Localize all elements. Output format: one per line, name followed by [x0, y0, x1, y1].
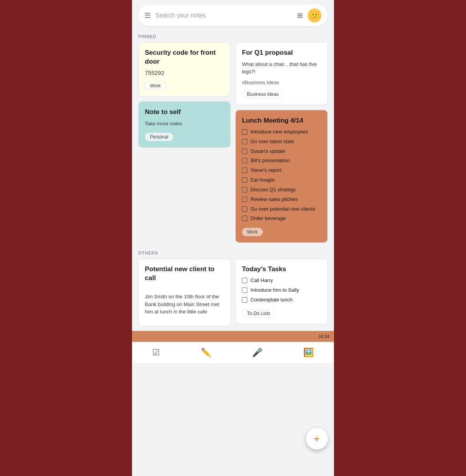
checkbox[interactable]: [242, 168, 247, 173]
list-item: Go over latest stats: [242, 138, 321, 145]
checkbox[interactable]: [242, 158, 247, 163]
app-container: ☰ Search your notes ⊞ 🙂 Pinned Security …: [132, 0, 334, 476]
checkbox[interactable]: [242, 278, 247, 283]
bottom-nav: ☑ ✏️ 🎤 🖼️: [132, 342, 334, 363]
menu-icon[interactable]: ☰: [144, 11, 151, 20]
grid-view-icon[interactable]: ⊞: [297, 11, 303, 20]
pinned-notes-grid: Security code for front door 755292 Work…: [132, 42, 334, 243]
note-body-client: Jim Smith on the 10th floor of the Bank …: [145, 293, 224, 316]
list-item: Eat hoagie: [242, 177, 321, 184]
others-section-label: Others: [132, 248, 334, 258]
note-title-client: Potential new client to call: [145, 265, 224, 283]
search-input[interactable]: Search your notes: [155, 12, 297, 19]
list-item: Steve's report: [242, 167, 321, 174]
list-item: Call Harry: [242, 277, 321, 284]
others-right-column: Today's Tasks Call Harry Introduce him t…: [235, 258, 328, 326]
list-item: Review sales pitches: [242, 196, 321, 203]
note-title-lunch: Lunch Meeting 4/14: [242, 116, 321, 125]
left-column: Security code for front door 755292 Work…: [138, 42, 231, 243]
status-bar: 10:34: [132, 331, 334, 342]
search-bar[interactable]: ☰ Search your notes ⊞ 🙂: [138, 5, 328, 26]
checkbox[interactable]: [242, 139, 247, 144]
nav-checkbox-icon[interactable]: ☑: [152, 348, 160, 358]
others-left-column: Potential new client to call Jim Smith o…: [138, 258, 231, 326]
note-body-self: Take more notes: [145, 120, 224, 128]
list-item: Bill's presentation: [242, 157, 321, 164]
checkbox[interactable]: [242, 129, 247, 135]
list-item: Order beverage: [242, 215, 321, 222]
search-icons: ⊞ 🙂: [297, 9, 322, 23]
note-tag-self[interactable]: Personal: [145, 133, 173, 141]
pinned-section-label: Pinned: [132, 31, 334, 42]
status-time: 10:34: [318, 334, 329, 339]
fab-button[interactable]: +: [306, 428, 328, 450]
note-card-tasks[interactable]: Today's Tasks Call Harry Introduce him t…: [235, 258, 328, 324]
note-tag-security[interactable]: Work: [145, 81, 166, 90]
note-title-security: Security code for front door: [145, 48, 224, 66]
note-body-q1: What about a chair....that has five legs…: [242, 61, 321, 76]
note-card-security[interactable]: Security code for front door 755292 Work: [138, 42, 231, 97]
checkbox[interactable]: [242, 177, 247, 183]
note-card-self[interactable]: Note to self Take more notes Personal: [138, 101, 231, 148]
avatar[interactable]: 🙂: [308, 9, 322, 23]
note-card-client[interactable]: Potential new client to call Jim Smith o…: [138, 258, 231, 326]
fab-plus-icon: +: [314, 433, 320, 445]
checkbox[interactable]: [242, 206, 247, 212]
note-code-security: 755292: [145, 69, 224, 76]
tasks-checklist: Call Harry Introduce him to Sally Contem…: [242, 277, 321, 304]
list-item: Susan's update: [242, 148, 321, 155]
checkbox[interactable]: [242, 197, 247, 202]
checkbox[interactable]: [242, 297, 247, 303]
nav-pencil-icon[interactable]: ✏️: [201, 348, 211, 358]
right-column: For Q1 proposal What about a chair....th…: [235, 42, 328, 243]
note-tag-q1[interactable]: Business Ideas: [242, 90, 283, 99]
note-hashtag-q1: #Business Ideas: [242, 80, 321, 85]
note-tag-tasks[interactable]: To-Do Lists: [242, 309, 275, 318]
note-tag-lunch[interactable]: Work: [242, 228, 263, 236]
checkbox[interactable]: [242, 287, 247, 293]
list-item: Introduce him to Sally: [242, 287, 321, 294]
lunch-checklist: Introduce new employees Go over latest s…: [242, 128, 321, 222]
note-title-self: Note to self: [145, 108, 224, 117]
note-title-q1: For Q1 proposal: [242, 48, 321, 57]
note-card-lunch[interactable]: Lunch Meeting 4/14 Introduce new employe…: [235, 110, 328, 243]
others-notes-grid: Potential new client to call Jim Smith o…: [132, 258, 334, 326]
checkbox[interactable]: [242, 149, 247, 154]
note-title-tasks: Today's Tasks: [242, 265, 321, 274]
list-item: Contemplate lunch: [242, 296, 321, 304]
list-item: Go over potential new clients: [242, 206, 321, 213]
list-item: Discuss Q1 strategy: [242, 186, 321, 194]
checkbox[interactable]: [242, 187, 247, 192]
note-card-q1[interactable]: For Q1 proposal What about a chair....th…: [235, 42, 328, 105]
checkbox[interactable]: [242, 216, 247, 221]
list-item: Introduce new employees: [242, 128, 321, 136]
nav-mic-icon[interactable]: 🎤: [252, 348, 263, 358]
nav-image-icon[interactable]: 🖼️: [303, 348, 314, 358]
